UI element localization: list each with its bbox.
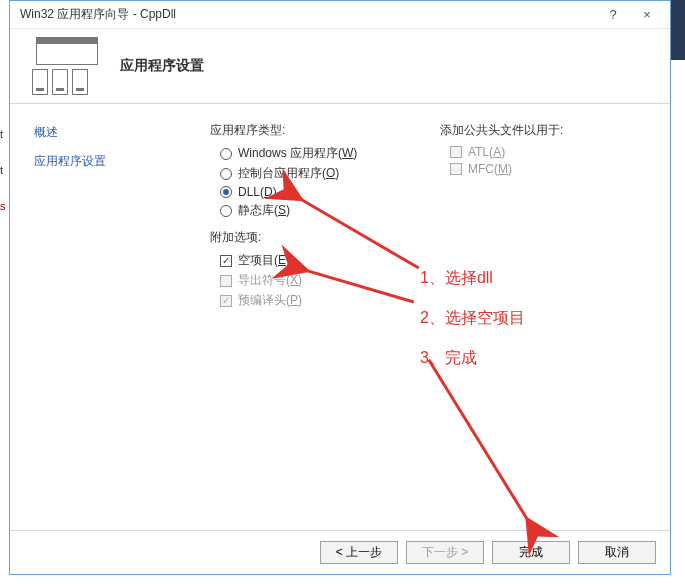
titlebar: Win32 应用程序向导 - CppDll ? ×	[10, 1, 670, 29]
sidebar-item-settings[interactable]: 应用程序设置	[34, 153, 170, 170]
check-label: 预编译头(P)	[238, 292, 302, 309]
prev-button[interactable]: < 上一步	[320, 541, 398, 564]
dialog-footer: < 上一步 下一步 > 完成 取消	[10, 530, 670, 574]
check-label: 空项目(E)	[238, 252, 290, 269]
annotation-3: 3、完成	[420, 348, 477, 369]
wizard-dialog: Win32 应用程序向导 - CppDll ? × 应用程序设置 概述 应用程序…	[9, 0, 671, 575]
radio-windows-app[interactable]: Windows 应用程序(W)	[220, 145, 410, 162]
occluded-left-edge: t t s	[0, 125, 6, 215]
check-empty-project[interactable]: ✓ 空项目(E)	[220, 252, 410, 269]
radio-icon	[220, 186, 232, 198]
sidebar-item-overview[interactable]: 概述	[34, 124, 170, 141]
extra-options-label: 附加选项:	[210, 229, 410, 246]
checkbox-icon	[220, 275, 232, 287]
radio-console-app[interactable]: 控制台应用程序(O)	[220, 165, 410, 182]
page-title: 应用程序设置	[120, 57, 204, 75]
background-band	[671, 0, 685, 60]
check-precompiled-header: ✓ 预编译头(P)	[220, 292, 410, 309]
app-type-label: 应用程序类型:	[210, 122, 410, 139]
window-title: Win32 应用程序向导 - CppDll	[20, 6, 596, 23]
close-button[interactable]: ×	[630, 4, 664, 26]
radio-static-lib[interactable]: 静态库(S)	[220, 202, 410, 219]
radio-label: DLL(D)	[238, 185, 277, 199]
help-button[interactable]: ?	[596, 4, 630, 26]
sidebar: 概述 应用程序设置	[10, 104, 180, 530]
radio-label: 静态库(S)	[238, 202, 290, 219]
check-export-symbols: 导出符号(X)	[220, 272, 410, 289]
check-label: MFC(M)	[468, 162, 512, 176]
dialog-body: 概述 应用程序设置 应用程序类型: Windows 应用程序(W) 控制台应用程…	[10, 104, 670, 530]
radio-icon	[220, 205, 232, 217]
radio-dll[interactable]: DLL(D)	[220, 185, 410, 199]
next-button: 下一步 >	[406, 541, 484, 564]
radio-icon	[220, 148, 232, 160]
finish-button[interactable]: 完成	[492, 541, 570, 564]
wizard-icon	[30, 37, 102, 95]
check-atl: ATL(A)	[450, 145, 640, 159]
radio-label: 控制台应用程序(O)	[238, 165, 339, 182]
radio-label: Windows 应用程序(W)	[238, 145, 357, 162]
annotation-1: 1、选择dll	[420, 268, 493, 289]
checkbox-icon: ✓	[220, 295, 232, 307]
check-label: ATL(A)	[468, 145, 505, 159]
checkbox-icon	[450, 146, 462, 158]
checkbox-icon	[450, 163, 462, 175]
checkbox-icon: ✓	[220, 255, 232, 267]
cancel-button[interactable]: 取消	[578, 541, 656, 564]
radio-icon	[220, 168, 232, 180]
common-headers-label: 添加公共头文件以用于:	[440, 122, 640, 139]
check-label: 导出符号(X)	[238, 272, 302, 289]
annotation-2: 2、选择空项目	[420, 308, 525, 329]
dialog-header: 应用程序设置	[10, 29, 670, 104]
check-mfc: MFC(M)	[450, 162, 640, 176]
